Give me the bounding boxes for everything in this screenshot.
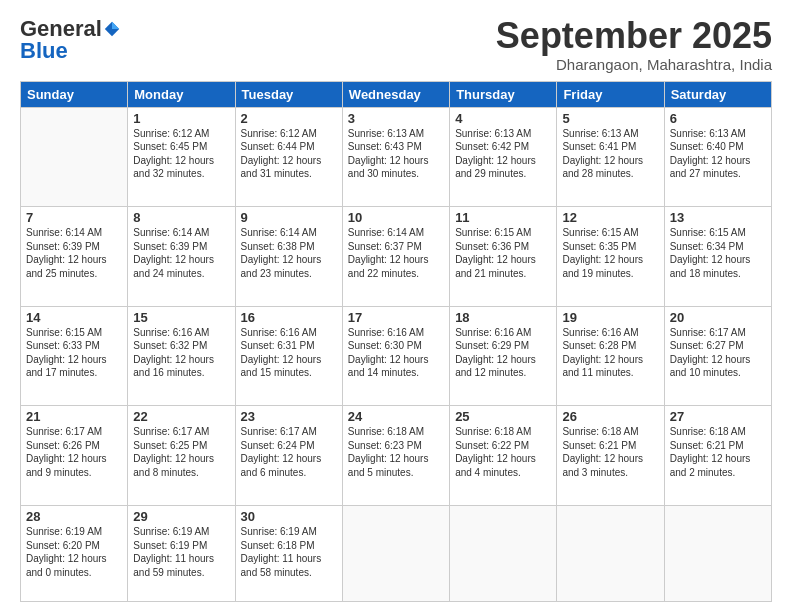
- day-number: 28: [26, 509, 122, 524]
- calendar: Sunday Monday Tuesday Wednesday Thursday…: [20, 81, 772, 602]
- day-info: Sunrise: 6:14 AM Sunset: 6:38 PM Dayligh…: [241, 226, 337, 280]
- table-row: 20Sunrise: 6:17 AM Sunset: 6:27 PM Dayli…: [664, 306, 771, 406]
- calendar-week-row: 14Sunrise: 6:15 AM Sunset: 6:33 PM Dayli…: [21, 306, 772, 406]
- calendar-week-row: 28Sunrise: 6:19 AM Sunset: 6:20 PM Dayli…: [21, 506, 772, 602]
- table-row: 10Sunrise: 6:14 AM Sunset: 6:37 PM Dayli…: [342, 207, 449, 307]
- calendar-week-row: 7Sunrise: 6:14 AM Sunset: 6:39 PM Daylig…: [21, 207, 772, 307]
- day-number: 7: [26, 210, 122, 225]
- calendar-week-row: 1Sunrise: 6:12 AM Sunset: 6:45 PM Daylig…: [21, 107, 772, 207]
- table-row: 13Sunrise: 6:15 AM Sunset: 6:34 PM Dayli…: [664, 207, 771, 307]
- logo-blue: Blue: [20, 38, 68, 63]
- day-info: Sunrise: 6:19 AM Sunset: 6:20 PM Dayligh…: [26, 525, 122, 579]
- day-number: 13: [670, 210, 766, 225]
- table-row: 22Sunrise: 6:17 AM Sunset: 6:25 PM Dayli…: [128, 406, 235, 506]
- table-row: 6Sunrise: 6:13 AM Sunset: 6:40 PM Daylig…: [664, 107, 771, 207]
- day-number: 19: [562, 310, 658, 325]
- col-thursday: Thursday: [450, 81, 557, 107]
- table-row: 25Sunrise: 6:18 AM Sunset: 6:22 PM Dayli…: [450, 406, 557, 506]
- day-info: Sunrise: 6:14 AM Sunset: 6:39 PM Dayligh…: [133, 226, 229, 280]
- day-info: Sunrise: 6:17 AM Sunset: 6:24 PM Dayligh…: [241, 425, 337, 479]
- day-info: Sunrise: 6:18 AM Sunset: 6:21 PM Dayligh…: [562, 425, 658, 479]
- day-number: 9: [241, 210, 337, 225]
- table-row: 5Sunrise: 6:13 AM Sunset: 6:41 PM Daylig…: [557, 107, 664, 207]
- day-info: Sunrise: 6:12 AM Sunset: 6:45 PM Dayligh…: [133, 127, 229, 181]
- day-number: 22: [133, 409, 229, 424]
- table-row: 7Sunrise: 6:14 AM Sunset: 6:39 PM Daylig…: [21, 207, 128, 307]
- header: General Blue September 2025 Dharangaon, …: [20, 16, 772, 73]
- day-number: 17: [348, 310, 444, 325]
- month-title: September 2025: [496, 16, 772, 56]
- col-saturday: Saturday: [664, 81, 771, 107]
- day-info: Sunrise: 6:19 AM Sunset: 6:19 PM Dayligh…: [133, 525, 229, 579]
- day-info: Sunrise: 6:18 AM Sunset: 6:22 PM Dayligh…: [455, 425, 551, 479]
- day-number: 16: [241, 310, 337, 325]
- table-row: 9Sunrise: 6:14 AM Sunset: 6:38 PM Daylig…: [235, 207, 342, 307]
- day-number: 26: [562, 409, 658, 424]
- calendar-header-row: Sunday Monday Tuesday Wednesday Thursday…: [21, 81, 772, 107]
- table-row: [21, 107, 128, 207]
- location: Dharangaon, Maharashtra, India: [496, 56, 772, 73]
- logo-icon: [103, 20, 121, 38]
- table-row: [557, 506, 664, 602]
- col-wednesday: Wednesday: [342, 81, 449, 107]
- day-info: Sunrise: 6:17 AM Sunset: 6:25 PM Dayligh…: [133, 425, 229, 479]
- table-row: [342, 506, 449, 602]
- day-number: 15: [133, 310, 229, 325]
- table-row: 2Sunrise: 6:12 AM Sunset: 6:44 PM Daylig…: [235, 107, 342, 207]
- day-info: Sunrise: 6:16 AM Sunset: 6:28 PM Dayligh…: [562, 326, 658, 380]
- day-info: Sunrise: 6:15 AM Sunset: 6:36 PM Dayligh…: [455, 226, 551, 280]
- day-info: Sunrise: 6:17 AM Sunset: 6:26 PM Dayligh…: [26, 425, 122, 479]
- day-info: Sunrise: 6:13 AM Sunset: 6:43 PM Dayligh…: [348, 127, 444, 181]
- day-number: 29: [133, 509, 229, 524]
- col-monday: Monday: [128, 81, 235, 107]
- table-row: 17Sunrise: 6:16 AM Sunset: 6:30 PM Dayli…: [342, 306, 449, 406]
- col-tuesday: Tuesday: [235, 81, 342, 107]
- day-number: 3: [348, 111, 444, 126]
- table-row: [450, 506, 557, 602]
- day-info: Sunrise: 6:15 AM Sunset: 6:35 PM Dayligh…: [562, 226, 658, 280]
- table-row: 27Sunrise: 6:18 AM Sunset: 6:21 PM Dayli…: [664, 406, 771, 506]
- table-row: 18Sunrise: 6:16 AM Sunset: 6:29 PM Dayli…: [450, 306, 557, 406]
- day-number: 4: [455, 111, 551, 126]
- day-number: 21: [26, 409, 122, 424]
- svg-marker-1: [112, 22, 119, 29]
- day-info: Sunrise: 6:14 AM Sunset: 6:39 PM Dayligh…: [26, 226, 122, 280]
- table-row: 14Sunrise: 6:15 AM Sunset: 6:33 PM Dayli…: [21, 306, 128, 406]
- day-number: 27: [670, 409, 766, 424]
- table-row: 21Sunrise: 6:17 AM Sunset: 6:26 PM Dayli…: [21, 406, 128, 506]
- col-friday: Friday: [557, 81, 664, 107]
- logo: General Blue: [20, 16, 123, 64]
- table-row: 26Sunrise: 6:18 AM Sunset: 6:21 PM Dayli…: [557, 406, 664, 506]
- day-info: Sunrise: 6:16 AM Sunset: 6:32 PM Dayligh…: [133, 326, 229, 380]
- table-row: 19Sunrise: 6:16 AM Sunset: 6:28 PM Dayli…: [557, 306, 664, 406]
- table-row: 12Sunrise: 6:15 AM Sunset: 6:35 PM Dayli…: [557, 207, 664, 307]
- table-row: 23Sunrise: 6:17 AM Sunset: 6:24 PM Dayli…: [235, 406, 342, 506]
- day-number: 25: [455, 409, 551, 424]
- day-number: 30: [241, 509, 337, 524]
- day-number: 2: [241, 111, 337, 126]
- table-row: [664, 506, 771, 602]
- table-row: 15Sunrise: 6:16 AM Sunset: 6:32 PM Dayli…: [128, 306, 235, 406]
- day-info: Sunrise: 6:17 AM Sunset: 6:27 PM Dayligh…: [670, 326, 766, 380]
- table-row: 8Sunrise: 6:14 AM Sunset: 6:39 PM Daylig…: [128, 207, 235, 307]
- day-number: 18: [455, 310, 551, 325]
- day-number: 12: [562, 210, 658, 225]
- day-info: Sunrise: 6:18 AM Sunset: 6:23 PM Dayligh…: [348, 425, 444, 479]
- day-number: 23: [241, 409, 337, 424]
- day-number: 5: [562, 111, 658, 126]
- day-info: Sunrise: 6:16 AM Sunset: 6:29 PM Dayligh…: [455, 326, 551, 380]
- day-number: 10: [348, 210, 444, 225]
- table-row: 28Sunrise: 6:19 AM Sunset: 6:20 PM Dayli…: [21, 506, 128, 602]
- day-number: 1: [133, 111, 229, 126]
- day-info: Sunrise: 6:19 AM Sunset: 6:18 PM Dayligh…: [241, 525, 337, 579]
- day-info: Sunrise: 6:15 AM Sunset: 6:33 PM Dayligh…: [26, 326, 122, 380]
- day-number: 24: [348, 409, 444, 424]
- day-number: 14: [26, 310, 122, 325]
- day-info: Sunrise: 6:18 AM Sunset: 6:21 PM Dayligh…: [670, 425, 766, 479]
- day-info: Sunrise: 6:12 AM Sunset: 6:44 PM Dayligh…: [241, 127, 337, 181]
- day-info: Sunrise: 6:14 AM Sunset: 6:37 PM Dayligh…: [348, 226, 444, 280]
- title-block: September 2025 Dharangaon, Maharashtra, …: [496, 16, 772, 73]
- day-number: 6: [670, 111, 766, 126]
- day-number: 11: [455, 210, 551, 225]
- table-row: 4Sunrise: 6:13 AM Sunset: 6:42 PM Daylig…: [450, 107, 557, 207]
